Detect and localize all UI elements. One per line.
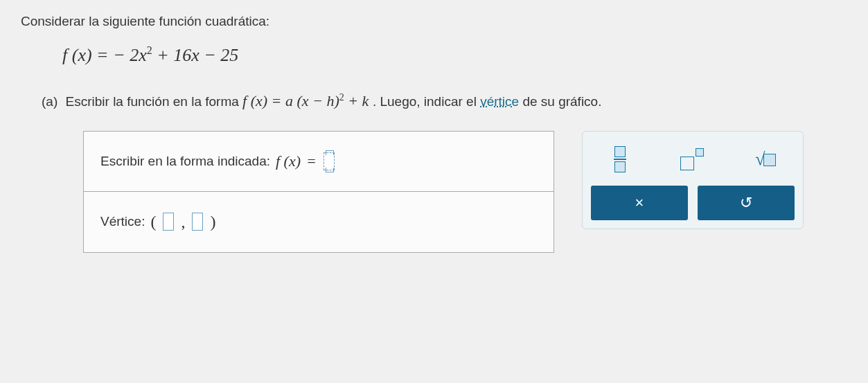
input-vertex-x[interactable] — [163, 213, 174, 231]
vf-k: k — [362, 92, 369, 109]
row1-label: Escribir en la forma indicada: — [100, 154, 270, 169]
vertex-form-math: f (x) = a (x − h)2 + k — [242, 92, 373, 109]
eq-exp: 2 — [147, 44, 152, 56]
eq-x2: x — [191, 45, 200, 65]
close-icon: × — [635, 194, 644, 212]
answer-table: Escribir en la forma indicada: f (x) = V… — [83, 131, 554, 253]
vf-close: ) — [334, 92, 339, 109]
eq-lhs: f (x) — [62, 45, 92, 65]
paren-open: ( — [150, 213, 156, 231]
question-post1: . Luego, indicar el — [373, 94, 480, 109]
reset-icon: ↺ — [740, 194, 752, 212]
fraction-button[interactable] — [599, 144, 641, 175]
eq-equals: = — [96, 45, 113, 65]
vf-minus: − — [309, 92, 327, 109]
eq-const: − 25 — [200, 45, 239, 65]
answer-area: Escribir en la forma indicada: f (x) = V… — [83, 131, 847, 253]
keypad-row-symbols: √ — [591, 140, 795, 186]
row1-fx: f (x) — [276, 152, 301, 170]
eq-coef-a: − 2 — [113, 45, 139, 65]
input-vertex-form[interactable] — [324, 152, 335, 170]
paren-close: ) — [210, 213, 215, 231]
vf-h: h — [326, 92, 334, 109]
clear-button[interactable]: × — [591, 186, 688, 220]
part-a-label: (a) — [42, 94, 57, 109]
input-vertex-y[interactable] — [192, 213, 203, 231]
row-vertex: Vértice: ( , ) — [84, 192, 553, 252]
power-button[interactable] — [672, 144, 714, 175]
question-post2: de su gráfico. — [519, 94, 601, 109]
reset-button[interactable]: ↺ — [698, 186, 795, 220]
vf-a: a — [285, 92, 293, 109]
eq-coef-b: + 16 — [152, 45, 192, 65]
sqrt-icon: √ — [755, 149, 776, 170]
vf-lhs: f (x) — [242, 92, 267, 109]
vf-x: x — [302, 92, 309, 109]
row-form: Escribir en la forma indicada: f (x) = — [84, 132, 553, 192]
vf-exp: 2 — [339, 92, 344, 103]
comma: , — [181, 213, 185, 231]
main-equation: f (x) = − 2x2 + 16x − 25 — [62, 44, 847, 66]
row2-label: Vértice: — [100, 214, 145, 229]
sqrt-button[interactable]: √ — [745, 144, 786, 175]
fraction-icon — [614, 146, 626, 172]
math-keypad: √ × ↺ — [582, 131, 804, 229]
vf-plus: + — [344, 92, 362, 109]
power-icon — [680, 148, 705, 170]
keypad-row-actions: × ↺ — [591, 186, 795, 220]
question-pre: Escribir la función en la forma — [66, 94, 243, 109]
intro-text: Considerar la siguiente función cuadráti… — [21, 14, 847, 29]
vf-open: ( — [296, 92, 301, 109]
eq-x1: x — [139, 45, 147, 65]
question-a: (a) Escribir la función en la forma f (x… — [42, 92, 847, 110]
row1-eq: = — [306, 152, 317, 170]
vertex-link[interactable]: vértice — [480, 94, 519, 109]
